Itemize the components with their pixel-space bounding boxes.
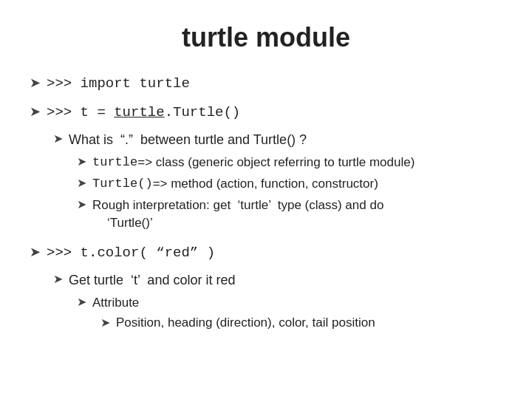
list-item: ➤ turtle => class (generic object referr… — [77, 154, 502, 171]
arrow-icon: ➤ — [77, 197, 86, 213]
bullet-text: >>> t = turtle.Turtle() — [47, 103, 240, 123]
arrow-icon: ➤ — [100, 316, 110, 330]
list-item: ➤ Get turtle ‘t’ and color it red — [53, 271, 502, 290]
arrow-icon: ➤ — [77, 294, 86, 310]
list-item: ➤ Rough interpretation: get ‘turtle’ typ… — [77, 197, 502, 232]
list-item: ➤ Turtle() => method (action, function, … — [77, 175, 502, 193]
bullet-text: Attribute — [92, 294, 139, 312]
bullet-text: turtle — [92, 154, 137, 171]
arrow-icon: ➤ — [30, 243, 41, 262]
bullet-text: Turtle() — [92, 175, 153, 193]
list-item: ➤ >>> t.color( “red” ) — [30, 243, 502, 263]
bullet-text: Position, heading (direction), color, ta… — [116, 316, 375, 330]
bullet-text-cont: => method (action, function, constructor… — [153, 175, 378, 193]
slide-title: turtle module — [30, 22, 502, 53]
slide-content: ➤ >>> import turtle ➤ >>> t = turtle.Tur… — [30, 74, 502, 330]
bullet-text-cont: => class (generic object referring to tu… — [137, 154, 415, 171]
arrow-icon: ➤ — [77, 154, 86, 170]
arrow-icon: ➤ — [77, 175, 86, 191]
arrow-icon: ➤ — [30, 74, 41, 92]
slide: turtle module ➤ >>> import turtle ➤ >>> … — [0, 0, 532, 399]
bullet-text: Rough interpretation: get ‘turtle’ type … — [92, 197, 383, 232]
bullet-text: What is “.” between turtle and Turtle() … — [69, 131, 307, 149]
list-item: ➤ Position, heading (direction), color, … — [100, 316, 502, 330]
arrow-icon: ➤ — [53, 131, 63, 147]
bullet-text: Get turtle ‘t’ and color it red — [69, 271, 235, 290]
list-item: ➤ What is “.” between turtle and Turtle(… — [53, 131, 502, 149]
list-item: ➤ >>> t = turtle.Turtle() — [30, 103, 502, 123]
bullet-text: >>> t.color( “red” ) — [47, 243, 215, 263]
bullet-text: >>> import turtle — [47, 74, 190, 94]
arrow-icon: ➤ — [53, 271, 63, 287]
list-item: ➤ Attribute — [77, 294, 502, 312]
list-item: ➤ >>> import turtle — [30, 74, 502, 94]
arrow-icon: ➤ — [30, 103, 41, 121]
